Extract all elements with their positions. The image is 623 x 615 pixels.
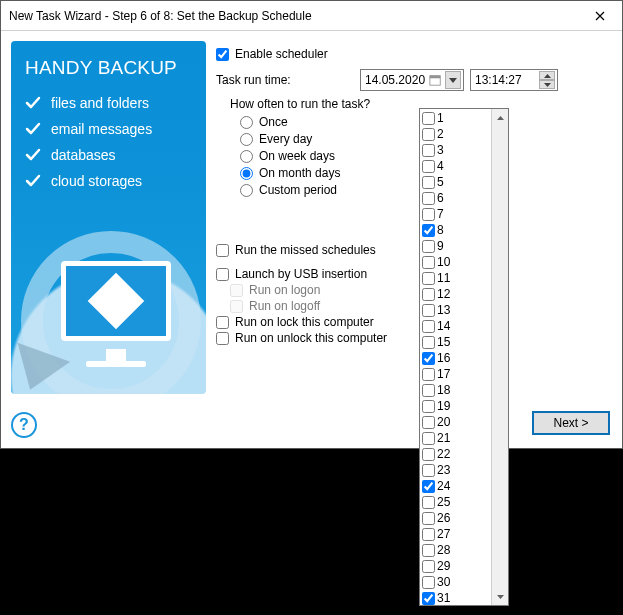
day-checkbox[interactable] [422, 400, 435, 413]
day-row[interactable]: 28 [422, 542, 489, 558]
radio-week-days-input[interactable] [240, 150, 253, 163]
run-on-unlock-row[interactable]: Run on unlock this computer [216, 331, 612, 345]
day-checkbox[interactable] [422, 384, 435, 397]
run-missed-row[interactable]: Run the missed schedules [216, 243, 612, 257]
radio-every-day-input[interactable] [240, 133, 253, 146]
day-row[interactable]: 15 [422, 334, 489, 350]
day-row[interactable]: 7 [422, 206, 489, 222]
day-checkbox[interactable] [422, 192, 435, 205]
day-label: 5 [437, 175, 444, 189]
day-checkbox[interactable] [422, 112, 435, 125]
day-checkbox[interactable] [422, 352, 435, 365]
day-row[interactable]: 1 [422, 110, 489, 126]
day-row[interactable]: 19 [422, 398, 489, 414]
day-row[interactable]: 13 [422, 302, 489, 318]
date-dropdown-button[interactable] [445, 71, 461, 89]
day-row[interactable]: 29 [422, 558, 489, 574]
day-row[interactable]: 16 [422, 350, 489, 366]
day-checkbox[interactable] [422, 144, 435, 157]
calendar-icon [429, 73, 441, 87]
scroll-track[interactable] [492, 126, 508, 588]
enable-scheduler-checkbox[interactable] [216, 48, 229, 61]
day-row[interactable]: 4 [422, 158, 489, 174]
run-on-unlock-checkbox[interactable] [216, 332, 229, 345]
day-row[interactable]: 22 [422, 446, 489, 462]
day-row[interactable]: 8 [422, 222, 489, 238]
day-row[interactable]: 20 [422, 414, 489, 430]
day-row[interactable]: 2 [422, 126, 489, 142]
day-row[interactable]: 27 [422, 526, 489, 542]
close-button[interactable] [577, 1, 622, 30]
day-row[interactable]: 5 [422, 174, 489, 190]
run-on-lock-checkbox[interactable] [216, 316, 229, 329]
day-row[interactable]: 14 [422, 318, 489, 334]
enable-scheduler-row[interactable]: Enable scheduler [216, 47, 612, 61]
day-checkbox[interactable] [422, 320, 435, 333]
launch-usb-checkbox[interactable] [216, 268, 229, 281]
day-row[interactable]: 11 [422, 270, 489, 286]
day-label: 18 [437, 383, 450, 397]
radio-once-input[interactable] [240, 116, 253, 129]
day-label: 16 [437, 351, 450, 365]
scroll-down-button[interactable] [492, 588, 508, 605]
day-checkbox[interactable] [422, 592, 435, 605]
day-label: 20 [437, 415, 450, 429]
day-checkbox[interactable] [422, 576, 435, 589]
day-checkbox[interactable] [422, 160, 435, 173]
day-row[interactable]: 21 [422, 430, 489, 446]
day-checkbox[interactable] [422, 304, 435, 317]
days-list[interactable]: 1234567891011121314151617181920212223242… [420, 109, 491, 605]
sidebar-panel: HANDY BACKUP files and foldersemail mess… [11, 41, 206, 394]
day-row[interactable]: 18 [422, 382, 489, 398]
day-row[interactable]: 23 [422, 462, 489, 478]
day-row[interactable]: 6 [422, 190, 489, 206]
day-checkbox[interactable] [422, 544, 435, 557]
run-on-lock-row[interactable]: Run on lock this computer [216, 315, 612, 329]
day-checkbox[interactable] [422, 512, 435, 525]
day-checkbox[interactable] [422, 432, 435, 445]
day-checkbox[interactable] [422, 240, 435, 253]
time-value: 13:14:27 [475, 73, 535, 87]
radio-month-days-input[interactable] [240, 167, 253, 180]
day-checkbox[interactable] [422, 176, 435, 189]
next-button[interactable]: Next > [532, 411, 610, 435]
time-spin-up[interactable] [539, 71, 555, 80]
time-field[interactable]: 13:14:27 [470, 69, 558, 91]
day-checkbox[interactable] [422, 224, 435, 237]
day-row[interactable]: 10 [422, 254, 489, 270]
day-checkbox[interactable] [422, 368, 435, 381]
run-missed-checkbox[interactable] [216, 244, 229, 257]
help-button[interactable]: ? [11, 412, 37, 438]
day-row[interactable]: 3 [422, 142, 489, 158]
chevron-up-icon [544, 74, 551, 78]
day-checkbox[interactable] [422, 208, 435, 221]
day-checkbox[interactable] [422, 256, 435, 269]
radio-custom-input[interactable] [240, 184, 253, 197]
day-row[interactable]: 24 [422, 478, 489, 494]
day-checkbox[interactable] [422, 288, 435, 301]
day-label: 1 [437, 111, 444, 125]
day-checkbox[interactable] [422, 448, 435, 461]
day-checkbox[interactable] [422, 128, 435, 141]
day-checkbox[interactable] [422, 528, 435, 541]
day-checkbox[interactable] [422, 560, 435, 573]
month-days-popup: 1234567891011121314151617181920212223242… [419, 108, 509, 606]
days-scrollbar[interactable] [491, 109, 508, 605]
day-checkbox[interactable] [422, 416, 435, 429]
day-row[interactable]: 30 [422, 574, 489, 590]
day-checkbox[interactable] [422, 496, 435, 509]
day-row[interactable]: 9 [422, 238, 489, 254]
day-checkbox[interactable] [422, 336, 435, 349]
scroll-up-button[interactable] [492, 109, 508, 126]
day-row[interactable]: 31 [422, 590, 489, 606]
day-row[interactable]: 12 [422, 286, 489, 302]
day-row[interactable]: 25 [422, 494, 489, 510]
date-field[interactable]: 14.05.2020 [360, 69, 464, 91]
day-checkbox[interactable] [422, 480, 435, 493]
launch-usb-row[interactable]: Launch by USB insertion [216, 267, 612, 281]
day-checkbox[interactable] [422, 272, 435, 285]
day-row[interactable]: 17 [422, 366, 489, 382]
day-checkbox[interactable] [422, 464, 435, 477]
time-spin-down[interactable] [539, 80, 555, 89]
day-row[interactable]: 26 [422, 510, 489, 526]
